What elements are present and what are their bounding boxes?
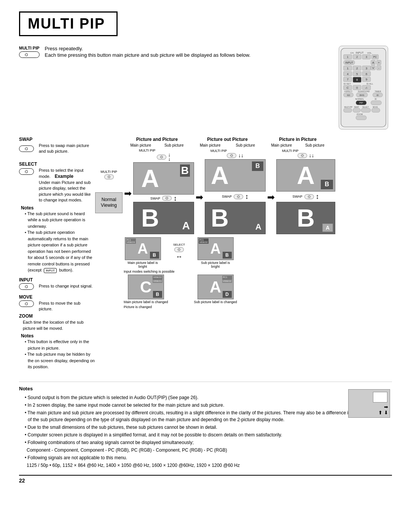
- arrow-normal-to-pip: ➡: [124, 188, 132, 199]
- main-bright-box: A B PC1VIDEO3: [125, 237, 161, 260]
- pop-swap-btn[interactable]: ⌬: [234, 194, 243, 199]
- pop-top-controls: ⌬ ↓↓: [227, 153, 244, 158]
- zoom-label: ZOOM: [19, 313, 95, 319]
- svg-text:PC: PC: [373, 56, 377, 58]
- multipip-label: MULTI PIP: [19, 46, 40, 50]
- pap-multipip-btn[interactable]: ⌬: [157, 155, 166, 160]
- move-button[interactable]: ⌬: [19, 300, 34, 307]
- pap-bottom-a: A: [182, 220, 190, 232]
- header-picp: Picture in Picture: [264, 137, 331, 142]
- pop-swap-lbl: SWAP: [222, 195, 232, 198]
- select-arrow-sym: ↔: [176, 253, 183, 261]
- sub-col-labels-row: Main picture Sub picture Main picture Su…: [124, 143, 392, 147]
- svg-text:C: C: [347, 86, 349, 89]
- pip-multipip-lbl: MULTI PIP: [282, 149, 298, 153]
- svg-text:7: 7: [347, 78, 348, 81]
- normal-viewing-box: NormalViewing: [95, 192, 123, 213]
- pip-multipip-btn[interactable]: ⌬: [298, 153, 307, 158]
- pap-swap-btn[interactable]: ⌬: [162, 196, 172, 201]
- pip-top-a: A: [297, 161, 315, 190]
- arrow-pop-to-pip: ➡: [267, 192, 275, 203]
- col-headers: Picture and Picture Picture out Picture …: [124, 137, 392, 142]
- main-changed-section: C B VIDEO2 VIDEO1 Main picture label is …: [124, 275, 168, 304]
- pap-swap-arrows: ↕: [174, 196, 177, 201]
- diagram-area: SWAP ⌬ Press to swap main picture and su…: [19, 137, 392, 374]
- svg-text:0: 0: [356, 86, 358, 89]
- svg-text:8: 8: [356, 78, 358, 81]
- multipip-button[interactable]: ⌬: [19, 51, 40, 58]
- svg-text:2: 2: [356, 56, 358, 58]
- bottom-notes: Notes • Sound output is from the picture…: [19, 382, 392, 469]
- svg-text:VOL.: VOL.: [367, 52, 373, 54]
- pip-bottom-a: A: [326, 225, 330, 231]
- select-arrow-btn[interactable]: ⌬: [174, 247, 184, 252]
- select-button[interactable]: ⌬: [19, 168, 34, 175]
- pop-swap-row: SWAP ⌬ ↕: [222, 193, 249, 201]
- select-note-1: • The sub picture sound is heard while a…: [25, 211, 95, 230]
- pop-multipip-btn[interactable]: ⌬: [227, 153, 236, 158]
- svg-text:INPUT: INPUT: [356, 51, 364, 54]
- pop-sublabels: Main picture Sub picture: [192, 143, 263, 147]
- right-diagrams: Picture and Picture Picture out Picture …: [95, 137, 392, 309]
- pip-bottom-box: B A: [276, 202, 335, 234]
- header-pip: Picture and Picture: [124, 137, 190, 142]
- top-diagrams-row: MULTI PIP ⌬ NormalViewing ➡ MULTI PIP ⌬: [95, 149, 392, 234]
- sub-changed-a: A: [210, 278, 221, 296]
- pop-top-b: B: [255, 163, 260, 169]
- main-bright-b: B: [150, 252, 159, 259]
- pap-down-arrows: ↓ ↓: [168, 153, 171, 161]
- input-section: INPUT ⌬ Press to change input signal.: [19, 277, 95, 290]
- sub-changed-box: A D PC1 VIDEO2: [198, 275, 234, 299]
- main-changed-text: Main picture label is changed: [124, 300, 168, 304]
- svg-text:PIP: PIP: [359, 102, 363, 104]
- move-label: MOVE: [19, 294, 95, 300]
- swap-button[interactable]: ⌬: [19, 145, 34, 152]
- normal-multipip-lbl: MULTI PIP: [100, 170, 117, 174]
- description: Each time pressing this button main pict…: [45, 52, 251, 58]
- svg-text:MULTI PIP: MULTI PIP: [344, 106, 352, 108]
- bright-labels: A B PC1VIDEO3 Main picture label is brig…: [124, 237, 234, 268]
- select-section: SELECT ⌬ Press to select the input mode.…: [19, 161, 95, 273]
- svg-text:6: 6: [366, 72, 368, 76]
- move-desc1: Press to move the sub picture.: [37, 300, 95, 312]
- svg-text:ASPECT: ASPECT: [344, 90, 353, 93]
- normal-multipip-btn[interactable]: ⌬: [104, 174, 114, 179]
- pop-multipip-lbl: MULTI PIP: [210, 149, 227, 153]
- pop-col: MULTI PIP ⌬ ↓↓ A B: [205, 149, 266, 234]
- sub-bright-b: B: [223, 252, 232, 259]
- svg-text:NORMAL: NORMAL: [355, 98, 364, 100]
- svg-text:2: 2: [356, 67, 358, 70]
- svg-text:BHS: BHS: [360, 94, 364, 96]
- pip-swap-btn[interactable]: ⌬: [304, 194, 314, 199]
- svg-rect-69: [372, 108, 380, 112]
- sub-bright-text: Sub picture label is bright: [196, 261, 234, 268]
- input-button[interactable]: ⌬: [19, 283, 34, 290]
- svg-text:ID: ID: [376, 94, 379, 96]
- svg-text:1: 1: [347, 67, 348, 70]
- swap-label: SWAP: [19, 137, 95, 142]
- multipip-intro: MULTI PIP ⌬ Press repeatedly. Each time …: [19, 46, 331, 58]
- sub-bright-section: A B PC1VIDEO2 Sub picture label is brigh…: [196, 237, 234, 268]
- move-section: MOVE ⌬ Press to move the sub picture. ZO…: [19, 294, 95, 370]
- svg-text:INPUT: INPUT: [345, 61, 353, 64]
- move-zoom-diagram: ➡ ⬆ ⬇: [348, 389, 390, 418]
- pap-multipip-lbl: MULTI PIP: [139, 149, 155, 152]
- move-note-1: • This button is effective only in the p…: [25, 339, 95, 351]
- select-note-2: • The sub picture operation automaticall…: [25, 229, 95, 273]
- bottom-note-7b: 1125 / 50p • 60p, 1152 × 864 @60 Hz, 140…: [27, 462, 392, 469]
- svg-text:TIMER: TIMER: [375, 90, 381, 93]
- pip-top-controls: ⌬ ↓↓: [298, 153, 314, 158]
- sub-changed-text: Sub picture label is changed: [194, 300, 237, 304]
- sub-changed-lbl: PC1 VIDEO2: [222, 276, 232, 283]
- svg-text:ID ALL: ID ALL: [366, 83, 373, 85]
- svg-text:SELECT: SELECT: [362, 106, 369, 108]
- pip-col: MULTI PIP ⌬ ↓↓ A B SWAP: [276, 149, 335, 234]
- sub-bright-label-pc: PC1VIDEO2: [199, 238, 209, 244]
- changed-row: C B VIDEO2 VIDEO1 Main picture label is …: [124, 275, 392, 304]
- main-bright-label: PC1VIDEO3: [126, 238, 136, 244]
- pap-top-controls: ⌬ ↓ ↓: [157, 153, 171, 161]
- move-desc2: Each time the location of the sub pictur…: [21, 320, 95, 331]
- svg-text:SURROUND: SURROUND: [358, 90, 370, 93]
- normal-viewing-text: NormalViewing: [101, 197, 117, 209]
- sub-bright-box: A B PC1VIDEO2: [198, 237, 234, 260]
